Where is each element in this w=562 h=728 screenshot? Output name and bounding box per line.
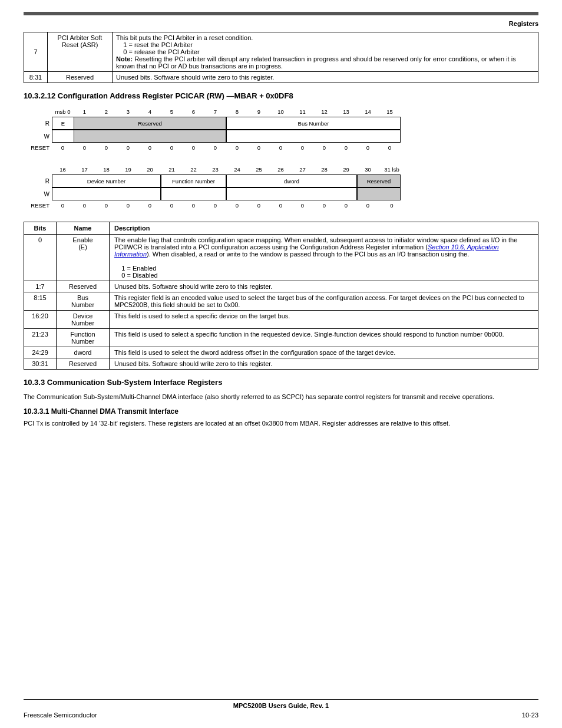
bits-row-8-15: 8:15 BusNumber This register field is an… (24, 292, 538, 311)
bits-row-24-29: 24:29 dword This field is used to select… (24, 347, 538, 358)
reset-vals: 0 0 0 0 0 0 0 0 0 0 0 0 0 0 0 0 (52, 143, 401, 152)
reset-val: 0 (292, 143, 313, 152)
col-header-bits: Bits (24, 222, 57, 235)
bits-value: 24:29 (24, 347, 57, 358)
reset-row-top: RESET 0 0 0 0 0 0 0 0 0 0 0 0 0 0 0 0 (24, 143, 538, 152)
col-num: 2 (95, 106, 117, 117)
bits-name: Reserved (57, 281, 110, 292)
bits-row-30-31: 30:31 Reserved Unused bits. Software sho… (24, 358, 538, 370)
reg-cell-bus-number-W (226, 130, 401, 143)
reg-cell-function-number-W (161, 187, 226, 200)
reset-val: 0 (139, 200, 161, 210)
reg-cols: Device Number Function Number dword Rese… (52, 174, 538, 187)
register-diagram-top: msb 0 1 2 3 4 5 6 7 8 9 10 11 12 13 14 1… (24, 106, 538, 152)
table-row: 7 PCI Arbiter SoftReset (ASR) This bit p… (24, 32, 538, 72)
col-num: 9 (248, 106, 270, 117)
reset-val: 0 (226, 143, 248, 152)
col-num: 22 (183, 164, 204, 174)
bit-number: 7 (24, 32, 48, 72)
reg-row-label-W: W (24, 187, 52, 200)
reset-label: RESET (24, 202, 52, 209)
bits-desc: Unused bits. Software should write zero … (110, 281, 538, 292)
bits-value: 30:31 (24, 358, 57, 370)
reg-cell-E: E (52, 117, 74, 130)
reset-label: RESET (24, 144, 52, 151)
col-num: 13 (335, 106, 357, 117)
reg-cell-bus-number: Bus Number (226, 117, 401, 130)
reg-row-R-bottom: R Device Number Function Number dword Re… (24, 174, 538, 187)
reg-cols: E Reserved Bus Number (52, 117, 538, 130)
reset-val: 0 (139, 143, 161, 152)
col-num: 4 (139, 106, 161, 117)
reg-row-W-bottom: W (24, 187, 538, 200)
bit-name: Reserved (48, 72, 113, 83)
reset-val: 0 (74, 143, 95, 152)
bit-description: This bit puts the PCI Arbiter in a reset… (113, 32, 538, 72)
reset-val: 0 (379, 200, 405, 210)
bits-row-16-20: 16:20 DeviceNumber This field is used to… (24, 311, 538, 329)
link-section-10-6[interactable]: Section 10.6, Application Information (114, 243, 499, 258)
reset-val: 0 (379, 143, 401, 152)
col-num: 1 (74, 106, 95, 117)
table-row: 8:31 Reserved Unused bits. Software shou… (24, 72, 538, 83)
reset-val: 0 (183, 143, 204, 152)
page-footer: MPC5200B Users Guide, Rev. 1 Freescale S… (0, 699, 562, 719)
col-num: msb 0 (52, 106, 74, 117)
col-num: 31 lsb (379, 164, 405, 174)
reg-cell-function-number: Function Number (161, 174, 226, 187)
section-10-3-3-1-body: PCI Tx is controlled by 14 '32-bit' regi… (24, 419, 538, 428)
col-num: 7 (204, 106, 226, 117)
reset-val: 0 (117, 143, 139, 152)
reset-row-bottom: RESET 0 0 0 0 0 0 0 0 0 0 0 0 0 0 0 0 (24, 200, 538, 210)
section-heading-10-3-3-1: 10.3.3.1 Multi-Channel DMA Transmit Inte… (24, 407, 538, 416)
bits-desc: This field is used to select the dword a… (110, 347, 538, 358)
reset-val: 0 (248, 143, 270, 152)
col-nums-bottom: 16 17 18 19 20 21 22 23 24 25 26 27 28 2… (52, 164, 538, 174)
reg-cell-device-number: Device Number (52, 174, 161, 187)
reg-cell-reserved: Reserved (74, 117, 226, 130)
note-label: Note: (116, 55, 133, 62)
page: Registers 7 PCI Arbiter SoftReset (ASR) … (0, 0, 562, 728)
col-header-description: Description (110, 222, 538, 235)
reset-val: 0 (161, 143, 183, 152)
reset-val: 0 (357, 200, 379, 210)
reset-val: 0 (226, 200, 248, 210)
reg-row-W-top: W (24, 130, 538, 143)
col-num: 12 (313, 106, 335, 117)
reg-row-label-R: R (24, 117, 52, 130)
bit-description: Unused bits. Software should write zero … (113, 72, 538, 83)
col-num: 26 (270, 164, 292, 174)
reset-val: 0 (183, 200, 204, 210)
footer-left: Freescale Semiconductor (24, 711, 97, 719)
bit-name: PCI Arbiter SoftReset (ASR) (48, 32, 113, 72)
reg-cell-empty (52, 130, 74, 143)
reset-vals: 0 0 0 0 0 0 0 0 0 0 0 0 0 0 0 0 (52, 200, 405, 210)
reg-cell-reserved-W (74, 130, 226, 143)
col-num: 28 (313, 164, 335, 174)
bits-row-1-7: 1:7 Reserved Unused bits. Software shoul… (24, 281, 538, 292)
reg-cell-dword-W (226, 187, 357, 200)
bits-desc: Unused bits. Software should write zero … (110, 358, 538, 370)
reset-val: 0 (313, 200, 335, 210)
reset-val: 0 (52, 143, 74, 152)
col-num: 16 (52, 164, 74, 174)
section-heading-10-3-2-12: 10.3.2.12 Configuration Address Register… (24, 91, 538, 100)
col-num: 23 (204, 164, 226, 174)
register-diagram-bottom: 16 17 18 19 20 21 22 23 24 25 26 27 28 2… (24, 164, 538, 210)
col-num: 10 (270, 106, 292, 117)
reset-val: 0 (335, 200, 357, 210)
reset-val: 0 (117, 200, 139, 210)
bits-name: Enable(E) (57, 235, 110, 281)
reset-val: 0 (74, 200, 95, 210)
reg-row-label-W: W (24, 130, 52, 143)
col-num: 5 (161, 106, 183, 117)
reset-val: 0 (161, 200, 183, 210)
bits-value: 8:15 (24, 292, 57, 311)
footer-divider (24, 699, 538, 700)
reset-val: 0 (270, 143, 292, 152)
col-num: 30 (357, 164, 379, 174)
section-10-3-3-body: The Communication Sub-System/Multi-Chann… (24, 393, 538, 401)
reset-val: 0 (52, 200, 74, 210)
bits-name: FunctionNumber (57, 329, 110, 347)
bits-name: BusNumber (57, 292, 110, 311)
